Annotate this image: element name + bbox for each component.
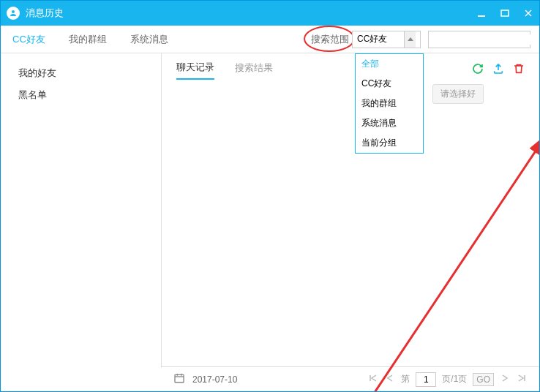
tab-system-messages[interactable]: 系统消息 xyxy=(127,33,171,46)
pager-page-input[interactable] xyxy=(416,372,436,387)
pager-label-suffix: 页/1页 xyxy=(442,373,467,385)
content-tab-chat-log[interactable]: 聊天记录 xyxy=(176,61,214,80)
refresh-button[interactable] xyxy=(472,63,484,78)
pager-first-button[interactable] xyxy=(367,374,379,385)
footer-date: 2017-07-10 xyxy=(192,374,360,385)
sidebar-item-my-friends[interactable]: 我的好友 xyxy=(1,62,161,84)
pager-label-prefix: 第 xyxy=(401,373,410,385)
annotation-arrow xyxy=(345,134,540,392)
search-scope-select[interactable]: CC好友 xyxy=(352,31,421,48)
calendar-icon[interactable] xyxy=(173,372,185,386)
scope-option-all[interactable]: 全部 xyxy=(356,54,423,74)
window-title: 消息历史 xyxy=(26,7,476,20)
search-input-container xyxy=(428,31,530,48)
app-logo-icon xyxy=(7,7,20,20)
caret-up-icon xyxy=(404,31,416,48)
scope-option-current-group[interactable]: 当前分组 xyxy=(356,133,423,153)
content-tab-search-results[interactable]: 搜索结果 xyxy=(235,61,273,79)
svg-point-0 xyxy=(12,10,15,13)
export-button[interactable] xyxy=(492,63,504,78)
maximize-button[interactable] xyxy=(500,8,510,18)
tab-cc-friends[interactable]: CC好友 xyxy=(10,33,48,46)
pager-last-button[interactable] xyxy=(516,374,528,385)
svg-rect-8 xyxy=(175,374,184,382)
svg-rect-2 xyxy=(501,10,509,16)
search-scope-selected: CC好友 xyxy=(357,33,387,45)
scope-option-system[interactable]: 系统消息 xyxy=(356,113,423,133)
pager-prev-button[interactable] xyxy=(385,374,395,385)
minimize-button[interactable] xyxy=(476,8,487,18)
scope-option-cc-friends[interactable]: CC好友 xyxy=(356,74,423,94)
hint-please-select: 请选择好 xyxy=(432,84,484,104)
pager-next-button[interactable] xyxy=(500,374,510,385)
svg-line-7 xyxy=(367,141,540,392)
scope-option-my-groups[interactable]: 我的群组 xyxy=(356,94,423,113)
close-button[interactable] xyxy=(523,8,533,18)
search-scope-label: 搜索范围 xyxy=(311,33,349,46)
search-input[interactable] xyxy=(433,34,540,45)
delete-button[interactable] xyxy=(513,63,525,78)
tab-my-groups[interactable]: 我的群组 xyxy=(66,33,110,46)
sidebar-item-blacklist[interactable]: 黑名单 xyxy=(1,84,161,106)
pager-go-button[interactable]: GO xyxy=(473,373,494,386)
search-scope-dropdown: 全部 CC好友 我的群组 系统消息 当前分组 xyxy=(355,53,424,154)
